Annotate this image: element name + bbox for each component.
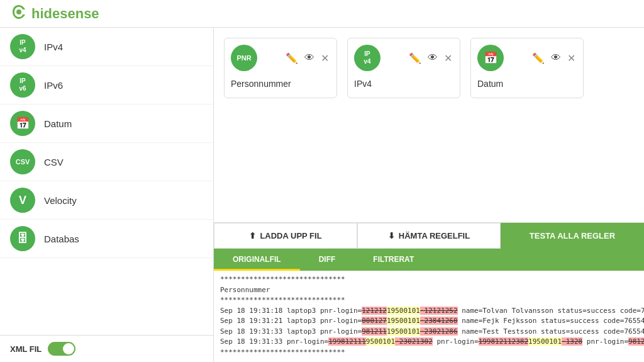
ipv6-icon: IPv6	[10, 72, 35, 98]
result-line: ******************************	[220, 348, 638, 358]
highlight-span: 19500101	[387, 327, 420, 336]
result-line: ******************************	[220, 295, 638, 306]
test-label: TESTA ALLA REGLER	[530, 231, 615, 240]
card-actions-ipv4: ✏️ 👁 ✕	[408, 51, 453, 65]
card-datum-icon: 📅	[477, 45, 504, 71]
view-button-datum[interactable]: 👁	[550, 51, 562, 65]
upload-icon: ⬆	[249, 231, 256, 240]
view-button-personnummer[interactable]: 👁	[303, 51, 316, 65]
result-line: ******************************	[220, 274, 638, 285]
toggle-thumb	[63, 343, 74, 354]
highlight-span: 98121123821	[628, 337, 644, 346]
sidebar: IPv4 IPv4 IPv6 IPv6 📅 Datum CSV CSV V Ve…	[0, 28, 214, 362]
actions-row: ⬆ LADDA UPP FIL ⬇ HÄMTA REGELFIL TESTA A…	[214, 222, 644, 249]
highlight-span: ·23021302	[395, 337, 433, 346]
highlight-span: ·12121252	[420, 307, 458, 315]
close-button-personnummer[interactable]: ✕	[319, 51, 330, 65]
close-button-datum[interactable]: ✕	[566, 51, 577, 65]
sidebar-label-datum: Datum	[44, 118, 72, 129]
csv-icon: CSV	[10, 149, 35, 174]
card-actions-personnummer: ✏️ 👁 ✕	[284, 51, 330, 65]
sidebar-item-datum[interactable]: 📅 Datum	[0, 105, 213, 143]
highlight-span: ·23021286	[420, 327, 458, 336]
highlight-span: 000127	[362, 317, 387, 325]
svg-point-0	[16, 9, 21, 14]
results-content: ******************************Personnumm…	[214, 271, 644, 362]
sidebar-list: IPv4 IPv4 IPv6 IPv6 📅 Datum CSV CSV V Ve…	[0, 28, 213, 335]
card-header-personnummer: PNR ✏️ 👁 ✕	[231, 45, 330, 71]
sidebar-item-csv[interactable]: CSV CSV	[0, 143, 213, 181]
result-line: Sep 18 19:31:18 laptop3 pnr-login=121212…	[220, 306, 638, 317]
header: hidesense	[0, 0, 644, 28]
highlight-span: 19500101	[387, 307, 420, 315]
tab-filtrerat[interactable]: FILTRERAT	[354, 250, 433, 271]
highlight-span: ·1328	[562, 337, 582, 346]
view-button-ipv4[interactable]: 👁	[426, 51, 439, 65]
highlight-span: 121212	[362, 307, 387, 315]
highlight-span: 199812112382	[479, 337, 528, 346]
result-line: Personnummer	[220, 285, 638, 296]
main-container: IPv4 IPv4 IPv6 IPv6 📅 Datum CSV CSV V Ve…	[0, 28, 644, 362]
logo: hidesense	[10, 3, 99, 25]
highlight-span: 19500101	[528, 337, 562, 346]
tab-diff[interactable]: DIFF	[300, 250, 355, 271]
result-line: Sep 18 19:31:33 pnr-login=19981211195001…	[220, 337, 638, 348]
card-ipv4-icon: IPv4	[354, 45, 380, 71]
ipv4-icon: IPv4	[10, 34, 35, 59]
highlight-span: ·23841260	[420, 317, 458, 325]
sidebar-item-databas[interactable]: 🗄 Databas	[0, 220, 213, 258]
result-line: Sep 18 19:31:33 laptop3 pnr-login=981211…	[220, 327, 638, 337]
sidebar-label-ipv4: IPv4	[44, 42, 63, 52]
sidebar-label-ipv6: IPv6	[44, 80, 63, 91]
logo-text: hidesense	[31, 6, 99, 22]
databas-icon: 🗄	[10, 226, 35, 251]
highlight-span: 9500101	[366, 337, 395, 346]
cards-area: PNR ✏️ 👁 ✕ Personnummer IPv4 ✏️ 👁 ✕	[214, 28, 644, 222]
card-personnummer: PNR ✏️ 👁 ✕ Personnummer	[224, 38, 337, 98]
edit-button-datum[interactable]: ✏️	[531, 51, 546, 65]
xml-label: XML FIL	[10, 344, 42, 354]
card-label-ipv4: IPv4	[354, 76, 453, 91]
highlight-span: 199812111	[328, 337, 366, 346]
datum-icon: 📅	[10, 111, 35, 136]
edit-button-personnummer[interactable]: ✏️	[284, 51, 299, 65]
card-ipv4: IPv4 ✏️ 👁 ✕ IPv4	[347, 38, 460, 98]
velocity-icon: V	[10, 188, 35, 213]
download-button[interactable]: ⬇ HÄMTA REGELFIL	[357, 223, 501, 249]
right-panel: PNR ✏️ 👁 ✕ Personnummer IPv4 ✏️ 👁 ✕	[214, 28, 644, 362]
card-header-ipv4: IPv4 ✏️ 👁 ✕	[354, 45, 453, 71]
xml-toggle[interactable]	[48, 342, 75, 356]
results-tabs: ORIGINALFIL DIFF FILTRERAT	[214, 250, 644, 271]
results-area: ORIGINALFIL DIFF FILTRERAT *************…	[214, 249, 644, 362]
close-button-ipv4[interactable]: ✕	[443, 51, 453, 65]
highlight-span: 19500101	[387, 317, 420, 325]
logo-icon	[10, 3, 28, 25]
tab-originalfil[interactable]: ORIGINALFIL	[214, 250, 300, 271]
upload-label: LADDA UPP FIL	[260, 231, 321, 240]
sidebar-label-databas: Databas	[44, 234, 79, 244]
card-label-personnummer: Personnummer	[231, 76, 330, 91]
upload-button[interactable]: ⬆ LADDA UPP FIL	[214, 223, 357, 249]
sidebar-item-velocity[interactable]: V Velocity	[0, 181, 213, 220]
card-actions-datum: ✏️ 👁 ✕	[531, 51, 577, 65]
result-line: Sep 18 19:31:21 laptop3 pnr-login=000127…	[220, 316, 638, 327]
test-button[interactable]: TESTA ALLA REGLER	[501, 223, 644, 249]
download-icon: ⬇	[388, 231, 395, 240]
download-label: HÄMTA REGELFIL	[399, 231, 470, 240]
sidebar-label-csv: CSV	[44, 157, 64, 167]
card-label-datum: Datum	[477, 76, 577, 91]
sidebar-bottom: XML FIL	[0, 335, 213, 362]
highlight-span: 981211	[362, 327, 387, 336]
sidebar-label-velocity: Velocity	[44, 195, 77, 206]
edit-button-ipv4[interactable]: ✏️	[408, 51, 423, 65]
pnr-icon: PNR	[231, 45, 257, 71]
sidebar-item-ipv6[interactable]: IPv6 IPv6	[0, 66, 213, 105]
card-datum: 📅 ✏️ 👁 ✕ Datum	[470, 38, 584, 98]
card-header-datum: 📅 ✏️ 👁 ✕	[477, 45, 577, 71]
sidebar-item-ipv4[interactable]: IPv4 IPv4	[0, 28, 213, 66]
